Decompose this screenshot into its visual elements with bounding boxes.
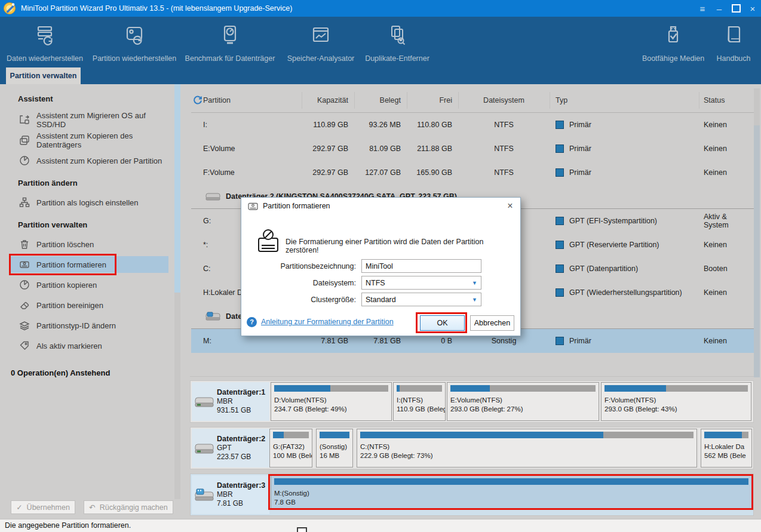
filesystem-select[interactable]: NTFS ▼ bbox=[361, 276, 481, 290]
tab-partition-verwalten[interactable]: Partition verwalten bbox=[6, 67, 81, 84]
sidebar-item-copy-disk[interactable]: Assistent zum Kopieren des Datenträgers bbox=[10, 132, 168, 149]
toolbar-item-partition-recovery[interactable]: Partition wiederherstellen bbox=[90, 24, 179, 63]
chevron-down-icon: ▼ bbox=[472, 280, 477, 286]
dialog-close-icon[interactable]: × bbox=[505, 201, 515, 211]
disk-size: 223.57 GB bbox=[217, 453, 265, 462]
table-row[interactable]: F:Volume 292.97 GB 127.07 GB 165.90 GB N… bbox=[191, 161, 754, 184]
partition-block-e[interactable]: E:Volume(NTFS) 293.0 GB (Belegt: 27%) bbox=[447, 382, 599, 421]
sidebar-scrollbar-thumb[interactable] bbox=[174, 84, 180, 293]
partition-type-square-icon bbox=[556, 265, 564, 273]
check-icon: ✓ bbox=[16, 503, 22, 512]
format-partition-dialog: Partition formatieren × Die Formatierung… bbox=[241, 197, 521, 336]
usage-bar bbox=[704, 432, 748, 438]
status-bar: Die angegebene Partition formatieren. bbox=[0, 519, 761, 532]
space-analyzer-icon bbox=[311, 24, 331, 46]
sidebar-item-change-type-id[interactable]: Partitionstyp-ID ändern bbox=[10, 317, 168, 334]
cell-dateisystem: NTFS bbox=[458, 144, 550, 153]
menu-icon[interactable]: ≡ bbox=[694, 0, 711, 17]
sidebar-item-set-active[interactable]: Als aktiv markieren bbox=[10, 337, 168, 354]
cell-typ: GPT (EFI-Systempartition) bbox=[550, 217, 699, 225]
cell-kapazitaet: 292.97 GB bbox=[302, 168, 354, 177]
toolbar-item-data-recovery[interactable]: Daten wiederherstellen bbox=[3, 24, 87, 63]
help-icon[interactable]: ? bbox=[247, 317, 257, 327]
sidebar-item-migrate-os[interactable]: Assistent zum Migrieren OS auf SSD/HD bbox=[10, 112, 168, 128]
table-row[interactable]: I: 110.89 GB 93.26 MB 110.80 GB NTFS Pri… bbox=[191, 113, 754, 137]
cell-partition: I: bbox=[191, 121, 302, 129]
partition-block-d[interactable]: D:Volume(NTFS) 234.7 GB (Belegt: 49%) bbox=[271, 382, 392, 421]
annotation-box-format-partition bbox=[9, 254, 116, 275]
column-header-belegt: Belegt bbox=[354, 88, 401, 112]
cell-status: Aktiv & System bbox=[699, 213, 754, 229]
clustersize-select[interactable]: Standard ▼ bbox=[361, 293, 481, 306]
cell-partition: F:Volume bbox=[191, 168, 302, 177]
partition-block-sonstig[interactable]: (Sonstig) 16 MB bbox=[316, 429, 353, 468]
toolbar-item-bootable-media[interactable]: Bootfähige Medien bbox=[634, 24, 712, 63]
usage-bar bbox=[604, 385, 748, 392]
cancel-button[interactable]: Abbrechen bbox=[470, 315, 514, 331]
disk-info-1[interactable]: Datenträger:1 MBR 931.51 GB bbox=[192, 382, 269, 421]
sidebar-item-set-logical[interactable]: Partition als logisch einstellen bbox=[10, 194, 168, 211]
cell-dateisystem: Sonstig bbox=[458, 337, 550, 345]
sidebar-item-delete-partition[interactable]: Partition löschen bbox=[10, 236, 168, 253]
column-header-dateisystem: Dateisystem bbox=[458, 88, 550, 112]
cell-status: Keinen bbox=[699, 337, 754, 345]
toolbar-item-manual[interactable]: Handbuch bbox=[708, 24, 759, 63]
sidebar-item-copy-partition[interactable]: Partition kopieren bbox=[10, 276, 168, 293]
cell-status: Keinen bbox=[699, 144, 754, 153]
cell-belegt: 93.26 MB bbox=[354, 121, 407, 129]
sidebar-item-wipe-partition[interactable]: Partition bereinigen bbox=[10, 297, 168, 313]
wipe-partition-icon bbox=[19, 300, 30, 310]
toolbar-item-space-analyzer[interactable]: Speicher-Analysator bbox=[282, 24, 360, 63]
cell-partition: M: bbox=[191, 337, 302, 345]
partition-block-f[interactable]: F:Volume(NTFS) 293.0 GB (Belegt: 43%) bbox=[601, 382, 751, 421]
migrate-os-icon bbox=[19, 115, 30, 125]
disk-scheme: MBR bbox=[217, 397, 265, 406]
usage-bar bbox=[397, 385, 442, 392]
cell-belegt: 81.09 GB bbox=[354, 144, 407, 153]
sidebar-header-assistent: Assistent bbox=[18, 94, 173, 104]
partition-block-g[interactable]: G:(FAT32) 100 MB (Bele bbox=[269, 429, 312, 468]
close-icon[interactable]: × bbox=[744, 0, 761, 17]
cell-kapazitaet: 292.97 GB bbox=[302, 144, 354, 153]
cell-typ: GPT (Datenpartition) bbox=[550, 265, 699, 273]
usage-bar bbox=[273, 432, 309, 438]
cell-dateisystem: NTFS bbox=[458, 121, 550, 129]
column-header-partition: Partition bbox=[203, 88, 231, 112]
cell-typ: GPT (Wiederherstellungspartition) bbox=[550, 288, 699, 297]
format-help-link[interactable]: Anleitung zur Formatierung der Partition bbox=[261, 318, 394, 326]
window-controls: ≡ – × bbox=[694, 0, 761, 17]
refresh-icon[interactable] bbox=[192, 95, 203, 106]
table-row[interactable]: E:Volume 292.97 GB 81.09 GB 211.88 GB NT… bbox=[191, 137, 754, 161]
disk-icon bbox=[195, 441, 214, 456]
cell-kapazitaet: 110.89 GB bbox=[302, 121, 354, 129]
minimize-icon[interactable]: – bbox=[711, 0, 728, 17]
partition-block-i[interactable]: I:(NTFS) 110.9 GB (Belegt bbox=[393, 382, 446, 421]
format-warning-icon bbox=[257, 229, 280, 254]
disk-name: Datenträger:2 bbox=[217, 435, 265, 444]
legend-color-chip bbox=[297, 527, 307, 532]
apply-button[interactable]: ✓ Übernehmen bbox=[11, 500, 75, 514]
cell-belegt: 7.81 GB bbox=[354, 337, 407, 345]
partition-type-square-icon bbox=[556, 168, 564, 177]
undo-button[interactable]: ↶ Rückgängig machen bbox=[84, 500, 173, 514]
partition-block-h[interactable]: H:Lokaler Da 562 MB (Bele bbox=[701, 429, 752, 468]
partition-label-input[interactable]: MiniTool bbox=[361, 259, 481, 273]
cell-frei: 165.90 GB bbox=[407, 168, 458, 177]
pending-operations-label: 0 Operation(en) Anstehend bbox=[11, 368, 110, 377]
table-scrollbar-thumb[interactable] bbox=[754, 125, 760, 377]
partition-block-c[interactable]: C:(NTFS) 222.9 GB (Belegt: 73%) bbox=[357, 429, 697, 468]
cell-typ: Primär bbox=[550, 144, 699, 153]
duplicate-finder-icon bbox=[387, 24, 407, 46]
maximize-icon[interactable] bbox=[728, 0, 744, 17]
disk-info-2[interactable]: Datenträger:2 GPT 223.57 GB bbox=[192, 429, 269, 468]
dialog-title: Partition formatieren bbox=[263, 202, 330, 210]
partition-type-square-icon bbox=[556, 241, 564, 249]
undo-arrow-icon: ↶ bbox=[89, 503, 95, 512]
toolbar-item-disk-benchmark[interactable]: Benchmark für Datenträger bbox=[184, 24, 276, 63]
copy-partition-icon bbox=[19, 155, 30, 166]
disk-info-3[interactable]: Datenträger:3 MBR 7.81 GB bbox=[192, 475, 269, 514]
sidebar-item-copy-partition-wizard[interactable]: Assistent zum Kopieren der Partition bbox=[10, 152, 168, 169]
set-logical-icon bbox=[19, 197, 30, 208]
usage-bar bbox=[360, 432, 694, 438]
toolbar-item-duplicate-finder[interactable]: Duplikate-Entferner bbox=[362, 24, 432, 63]
